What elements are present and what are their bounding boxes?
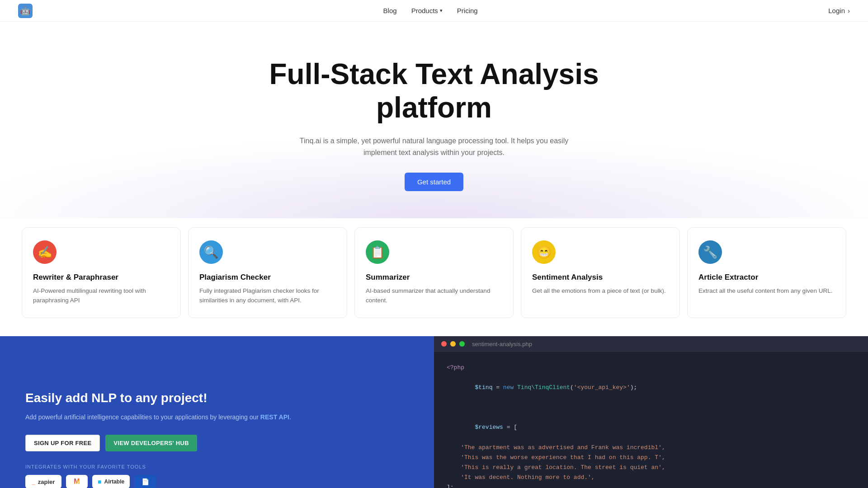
- zapier-icon: _: [32, 479, 35, 485]
- logo-icon: 🤖: [18, 4, 33, 18]
- summarizer-icon: 📋: [366, 240, 389, 264]
- sentiment-icon: 😁: [532, 240, 556, 264]
- cta-section: Easily add NLP to any project! Add power…: [0, 336, 868, 488]
- code-line-4: 'The apartment was as advertised and Fra…: [447, 443, 855, 453]
- logo[interactable]: 🤖: [18, 4, 33, 18]
- nav-blog[interactable]: Blog: [383, 7, 397, 14]
- nav-pricing[interactable]: Pricing: [457, 7, 478, 14]
- code-line-8: ];: [447, 483, 855, 488]
- card-sentiment: 😁 Sentiment Analysis Get all the emotion…: [521, 227, 680, 318]
- card-plagiarism-desc: Fully integrated Plagiarism checker look…: [199, 286, 336, 305]
- code-line-5: 'This was the worse experience that I ha…: [447, 453, 855, 463]
- gmail-icon: M: [74, 478, 80, 486]
- integration-logos: _ zapier M ■ Airtable 📄: [25, 475, 409, 488]
- card-rewriter-desc: AI-Powered multilingual rewriting tool w…: [33, 286, 170, 305]
- card-summarizer: 📋 Summarizer AI-based summarizer that ac…: [354, 227, 514, 318]
- zapier-logo: _ zapier: [25, 475, 61, 488]
- card-summarizer-desc: AI-based summarizer that actually unders…: [366, 286, 502, 305]
- rewriter-icon: ✍️: [33, 240, 57, 264]
- airtable-icon: ■: [98, 478, 101, 485]
- signup-button[interactable]: SIGN UP FOR FREE: [25, 435, 100, 451]
- card-article-desc: Extract all the useful content from any …: [698, 286, 835, 296]
- code-line-2: $tinq = new Tinq\TinqClient('<your_api_k…: [447, 373, 855, 403]
- card-article-title: Article Extractor: [698, 273, 835, 282]
- navbar: 🤖 Blog Products ▾ Pricing Login ›: [0, 0, 868, 22]
- get-started-button[interactable]: Get started: [405, 173, 463, 191]
- code-title-bar: sentiment-analysis.php: [434, 336, 868, 352]
- code-line-7: 'It was decent. Nothing more to add.',: [447, 473, 855, 483]
- code-line-3: $reviews = [: [447, 413, 855, 442]
- card-plagiarism: 🔍 Plagiarism Checker Fully integrated Pl…: [188, 227, 347, 318]
- hero-title: Full-Stack Text Analysis platform: [18, 58, 850, 124]
- airtable-logo: ■ Airtable: [92, 475, 130, 488]
- plagiarism-icon: 🔍: [199, 240, 223, 264]
- rest-api-link[interactable]: REST API: [260, 413, 289, 421]
- hero-description: Tinq.ai is a simple, yet powerful natura…: [285, 135, 583, 158]
- code-line-6: 'This is really a great location. The st…: [447, 463, 855, 473]
- nav-links: Blog Products ▾ Pricing: [383, 7, 478, 14]
- card-sentiment-title: Sentiment Analysis: [532, 273, 669, 282]
- article-icon: 🔧: [698, 240, 722, 264]
- cta-buttons: SIGN UP FOR FREE VIEW DEVELOPERS' HUB: [25, 435, 409, 451]
- feature-cards: ✍️ Rewriter & Paraphraser AI-Powered mul…: [0, 227, 868, 336]
- code-filename: sentiment-analysis.php: [472, 341, 532, 347]
- code-line-blank1: [447, 403, 855, 413]
- docs-logo: 📄: [134, 475, 156, 488]
- integrates-label: INTEGRATES WITH YOUR FAVORITE TOOLS: [25, 464, 409, 469]
- cta-description: Add powerful artificial intelligence cap…: [25, 413, 409, 422]
- cta-left-panel: Easily add NLP to any project! Add power…: [0, 336, 434, 488]
- card-article: 🔧 Article Extractor Extract all the usef…: [687, 227, 846, 318]
- hero-section: Full-Stack Text Analysis platform Tinq.a…: [0, 22, 868, 218]
- card-plagiarism-title: Plagiarism Checker: [199, 273, 336, 282]
- docs-icon: 📄: [142, 478, 149, 485]
- card-summarizer-title: Summarizer: [366, 273, 502, 282]
- nav-login[interactable]: Login ›: [828, 7, 850, 14]
- chevron-down-icon: ▾: [440, 8, 443, 14]
- window-dot-red: [441, 341, 447, 347]
- window-dot-yellow: [450, 341, 456, 347]
- cta-heading: Easily add NLP to any project!: [25, 391, 409, 405]
- arrow-right-icon: ›: [848, 7, 850, 14]
- card-rewriter: ✍️ Rewriter & Paraphraser AI-Powered mul…: [22, 227, 181, 318]
- code-panel: sentiment-analysis.php <?php $tinq = new…: [434, 336, 868, 488]
- window-dot-green: [459, 341, 465, 347]
- nav-products[interactable]: Products ▾: [411, 7, 443, 14]
- gmail-logo: M: [66, 475, 88, 488]
- card-sentiment-desc: Get all the emotions from a piece of tex…: [532, 286, 669, 296]
- devhub-button[interactable]: VIEW DEVELOPERS' HUB: [105, 435, 197, 451]
- code-body: <?php $tinq = new Tinq\TinqClient('<your…: [434, 352, 868, 488]
- code-line-1: <?php: [447, 363, 855, 373]
- card-rewriter-title: Rewriter & Paraphraser: [33, 273, 170, 282]
